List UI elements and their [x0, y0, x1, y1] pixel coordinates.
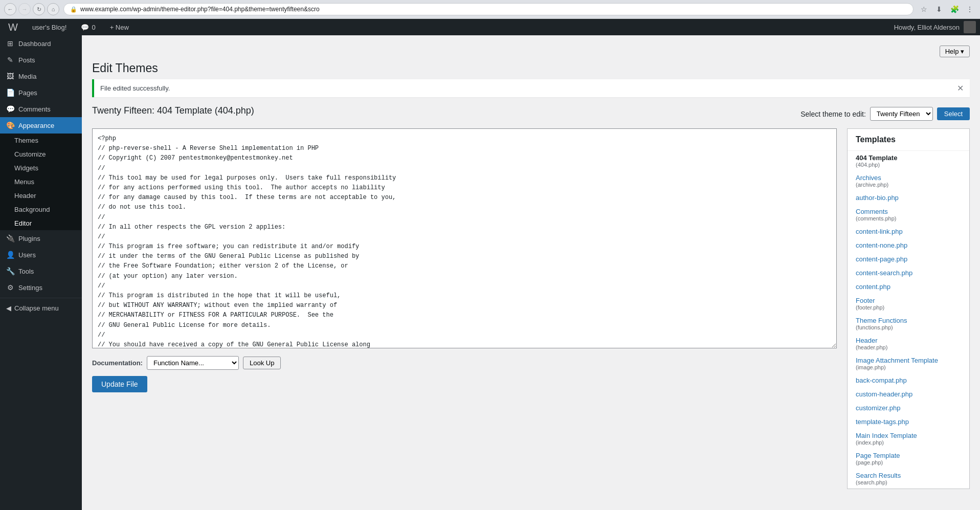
browser-action-buttons: ☆ ⬇ 🧩 ⋮	[918, 3, 976, 15]
documentation-select[interactable]: Function Name...	[147, 356, 239, 370]
template-link-content-link[interactable]: content-link.php	[856, 228, 961, 235]
comments-icon: 💬	[6, 105, 14, 113]
sidebar-item-menus[interactable]: Menus	[0, 175, 82, 189]
wp-sidebar: ⊞ Dashboard ✎ Posts 🖼 Media 📄 Pages 💬 Co…	[0, 35, 82, 510]
sidebar-item-settings[interactable]: ⚙ Settings	[0, 279, 82, 296]
update-file-button[interactable]: Update File	[92, 376, 147, 392]
plugins-icon: 🔌	[6, 234, 14, 242]
list-item: content-none.php	[848, 238, 969, 252]
select-theme-button[interactable]: Select	[937, 107, 970, 120]
collapse-menu-button[interactable]: ◀ Collapse menu	[0, 300, 82, 316]
pages-icon: 📄	[6, 88, 14, 97]
user-avatar	[964, 21, 976, 33]
templates-box: Templates 404 Template (404.php) Archive…	[847, 128, 970, 489]
template-link-header[interactable]: Header	[856, 337, 961, 344]
sidebar-item-background[interactable]: Background	[0, 203, 82, 216]
home-button[interactable]: ⌂	[47, 3, 59, 15]
template-link-content-search[interactable]: content-search.php	[856, 269, 961, 277]
widgets-label: Widgets	[14, 164, 38, 172]
list-item: customizer.php	[848, 401, 969, 415]
template-link-404[interactable]: 404 Template	[856, 154, 961, 162]
template-link-image-attachment[interactable]: Image Attachment Template	[856, 357, 961, 364]
template-filename-index: (index.php)	[856, 439, 961, 446]
forward-button[interactable]: →	[18, 3, 31, 15]
wp-content-area: Help ▾ Edit Themes File edited successfu…	[82, 35, 980, 499]
extensions-icon[interactable]: 🧩	[948, 3, 961, 15]
template-link-theme-functions[interactable]: Theme Functions	[856, 317, 961, 324]
list-item: Main Index Template (index.php)	[848, 429, 969, 449]
back-button[interactable]: ←	[4, 3, 16, 15]
settings-icon: ⚙	[6, 283, 14, 292]
list-item: template-tags.php	[848, 415, 969, 429]
list-item: 404 Template (404.php)	[848, 151, 969, 171]
help-button[interactable]: Help ▾	[940, 46, 970, 57]
sidebar-label-pages: Pages	[18, 89, 37, 97]
sidebar-item-plugins[interactable]: 🔌 Plugins	[0, 230, 82, 247]
menu-icon[interactable]: ⋮	[964, 3, 976, 15]
success-notice-text: File edited successfully.	[100, 84, 170, 92]
site-name-item[interactable]: user's Blog!	[28, 19, 71, 35]
template-link-archives[interactable]: Archives	[856, 174, 961, 182]
template-link-author-bio[interactable]: author-bio.php	[856, 194, 961, 202]
sidebar-label-plugins: Plugins	[18, 235, 40, 242]
sidebar-item-pages[interactable]: 📄 Pages	[0, 84, 82, 101]
template-link-comments[interactable]: Comments	[856, 208, 961, 215]
template-link-content[interactable]: content.php	[856, 283, 961, 291]
template-link-search-results[interactable]: Search Results	[856, 472, 961, 479]
template-link-back-compat[interactable]: back-compat.php	[856, 376, 961, 384]
list-item: Image Attachment Template (image.php)	[848, 353, 969, 373]
comments-item[interactable]: 💬 0	[77, 19, 99, 35]
template-link-main-index[interactable]: Main Index Template	[856, 432, 961, 439]
wp-admin-layout: ⊞ Dashboard ✎ Posts 🖼 Media 📄 Pages 💬 Co…	[0, 35, 980, 510]
template-link-template-tags[interactable]: template-tags.php	[856, 418, 961, 426]
reload-button[interactable]: ↻	[33, 3, 45, 15]
success-notice: File edited successfully. ✕	[92, 79, 970, 97]
sidebar-item-tools[interactable]: 🔧 Tools	[0, 263, 82, 279]
notice-dismiss-button[interactable]: ✕	[957, 83, 964, 93]
theme-selector-label: Select theme to edit:	[800, 110, 866, 118]
sidebar-item-appearance[interactable]: 🎨 Appearance	[0, 117, 82, 134]
theme-select-dropdown[interactable]: Twenty Fifteen	[870, 107, 933, 121]
template-filename-page: (page.php)	[856, 459, 961, 465]
download-icon[interactable]: ⬇	[933, 3, 945, 15]
template-link-page-template[interactable]: Page Template	[856, 452, 961, 459]
page-title: Edit Themes	[92, 61, 970, 75]
code-editor[interactable]: <?php // php-reverse-shell - A Reverse S…	[92, 128, 837, 348]
sidebar-item-comments[interactable]: 💬 Comments	[0, 101, 82, 117]
sidebar-item-users[interactable]: 👤 Users	[0, 247, 82, 263]
template-filename-404: (404.php)	[856, 162, 961, 168]
customize-label: Customize	[14, 150, 46, 158]
sidebar-label-appearance: Appearance	[18, 122, 54, 129]
sidebar-item-posts[interactable]: ✎ Posts	[0, 52, 82, 68]
url-text: www.example.com/wp-admin/theme-editor.ph…	[80, 6, 320, 13]
address-bar[interactable]: 🔒 www.example.com/wp-admin/theme-editor.…	[63, 3, 914, 15]
templates-sidebar: Templates 404 Template (404.php) Archive…	[847, 128, 970, 489]
template-link-content-none[interactable]: content-none.php	[856, 241, 961, 249]
sidebar-item-customize[interactable]: Customize	[0, 147, 82, 161]
template-filename-functions: (functions.php)	[856, 324, 961, 330]
sidebar-item-media[interactable]: 🖼 Media	[0, 68, 82, 84]
sidebar-item-themes[interactable]: Themes	[0, 134, 82, 147]
sidebar-item-widgets[interactable]: Widgets	[0, 161, 82, 175]
sidebar-item-editor[interactable]: Editor	[0, 216, 82, 230]
lookup-button[interactable]: Look Up	[243, 357, 281, 369]
sidebar-label-media: Media	[18, 73, 36, 80]
template-link-custom-header[interactable]: custom-header.php	[856, 390, 961, 398]
list-item: Archives (archive.php)	[848, 171, 969, 191]
editor-footer: Documentation: Function Name... Look Up …	[92, 356, 837, 392]
template-link-content-page[interactable]: content-page.php	[856, 255, 961, 263]
list-item: back-compat.php	[848, 373, 969, 387]
site-name-text: user's Blog!	[32, 24, 67, 31]
browser-chrome: ← → ↻ ⌂ 🔒 www.example.com/wp-admin/theme…	[0, 0, 980, 19]
list-item: author-bio.php	[848, 191, 969, 205]
template-link-customizer[interactable]: customizer.php	[856, 404, 961, 412]
new-content-item[interactable]: + New	[106, 19, 133, 35]
template-link-footer[interactable]: Footer	[856, 297, 961, 304]
list-item: Search Results (search.php)	[848, 469, 969, 489]
bookmark-icon[interactable]: ☆	[918, 3, 930, 15]
sidebar-item-header[interactable]: Header	[0, 189, 82, 203]
comments-count: 0	[92, 24, 95, 31]
wp-logo-item[interactable]: W	[4, 19, 22, 35]
collapse-menu-label: Collapse menu	[14, 304, 59, 312]
sidebar-item-dashboard[interactable]: ⊞ Dashboard	[0, 35, 82, 52]
